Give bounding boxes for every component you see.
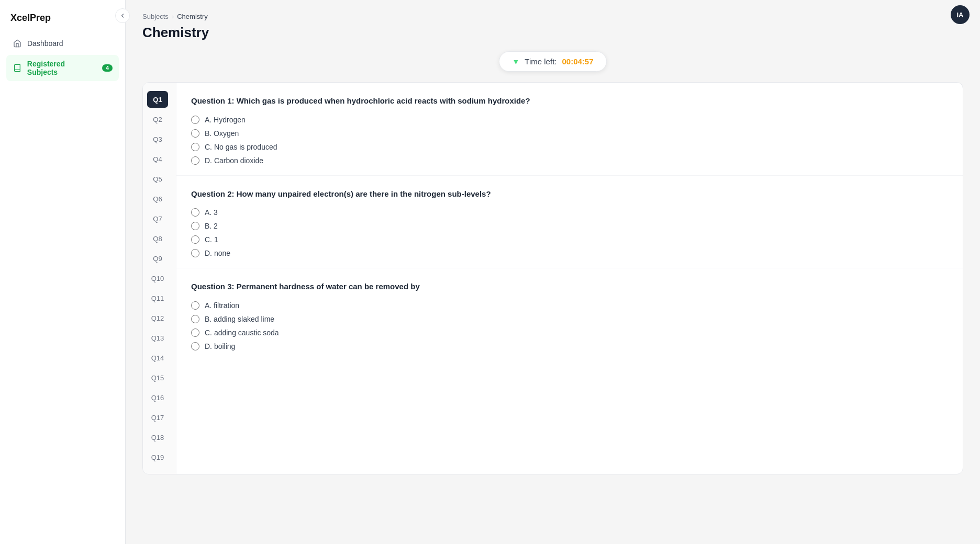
question-nav-btn-q18[interactable]: Q18 [147,429,168,446]
option-label: B. 2 [205,222,218,230]
home-icon [13,39,22,48]
option-label: B. Oxygen [205,129,239,138]
breadcrumb: Subjects › Chemistry [142,13,963,20]
timer-container: ▼ Time left: 00:04:57 [142,51,963,72]
options-list-3: A. filtrationB. adding slaked limeC. add… [191,301,948,350]
radio-q2-opt2[interactable] [191,222,199,230]
radio-q3-opt2[interactable] [191,315,199,323]
sidebar-item-registered-subjects[interactable]: Registered Subjects 4 [6,55,119,81]
question-card-2: Question 2: How many unpaired electron(s… [176,176,963,269]
question-nav-btn-q13[interactable]: Q13 [147,330,168,346]
question-nav-btn-q11[interactable]: Q11 [147,290,168,307]
options-list-1: A. HydrogenB. OxygenC. No gas is produce… [191,116,948,165]
option-item-3-4[interactable]: D. boiling [191,342,948,350]
option-label: B. adding slaked lime [205,315,274,323]
sidebar-item-dashboard[interactable]: Dashboard [6,34,119,53]
question-nav: Q1Q2Q3Q4Q5Q6Q7Q8Q9Q10Q11Q12Q13Q14Q15Q16Q… [143,83,176,474]
radio-q3-opt4[interactable] [191,342,199,350]
sidebar-item-label: Registered Subjects [27,60,97,76]
question-nav-btn-q7[interactable]: Q7 [147,210,168,227]
sidebar-item-label: Dashboard [27,39,63,48]
radio-q3-opt3[interactable] [191,328,199,337]
radio-q2-opt3[interactable] [191,235,199,244]
option-item-1-4[interactable]: D. Carbon dioxide [191,156,948,165]
timer-value: 00:04:57 [562,57,593,66]
option-item-1-1[interactable]: A. Hydrogen [191,116,948,124]
question-nav-btn-q19[interactable]: Q19 [147,449,168,466]
questions-panel: Question 1: Which gas is produced when h… [176,83,963,474]
option-label: D. boiling [205,342,235,350]
question-card-3: Question 3: Permanent hardness of water … [176,268,963,361]
question-nav-btn-q16[interactable]: Q16 [147,389,168,406]
timer-label: Time left: [525,57,556,66]
option-label: C. adding caustic soda [205,328,279,337]
radio-q1-opt1[interactable] [191,116,199,124]
question-nav-btn-q12[interactable]: Q12 [147,310,168,326]
breadcrumb-separator: › [172,13,174,20]
question-nav-btn-q10[interactable]: Q10 [147,270,168,287]
option-item-1-2[interactable]: B. Oxygen [191,129,948,138]
radio-q1-opt2[interactable] [191,129,199,138]
collapse-button[interactable] [115,8,130,23]
options-list-2: A. 3B. 2C. 1D. none [191,208,948,257]
badge-count: 4 [102,64,113,72]
option-label: D. Carbon dioxide [205,156,263,165]
radio-q1-opt3[interactable] [191,143,199,151]
timer-arrow-icon: ▼ [512,58,519,66]
question-nav-btn-q15[interactable]: Q15 [147,369,168,386]
option-item-2-3[interactable]: C. 1 [191,235,948,244]
question-nav-btn-q17[interactable]: Q17 [147,409,168,426]
question-nav-btn-q4[interactable]: Q4 [147,151,168,167]
option-item-3-3[interactable]: C. adding caustic soda [191,328,948,337]
option-item-2-2[interactable]: B. 2 [191,222,948,230]
question-text-1: Question 1: Which gas is produced when h… [191,95,948,107]
option-item-3-1[interactable]: A. filtration [191,301,948,310]
radio-q3-opt1[interactable] [191,301,199,310]
sidebar: XcelPrep Dashboard Registered Subjects 4 [0,0,126,544]
book-icon [13,63,22,73]
option-label: A. filtration [205,301,239,310]
option-label: C. 1 [205,235,218,244]
sidebar-nav: Dashboard Registered Subjects 4 [0,34,125,81]
content-area: Q1Q2Q3Q4Q5Q6Q7Q8Q9Q10Q11Q12Q13Q14Q15Q16Q… [142,82,963,474]
question-text-3: Question 3: Permanent hardness of water … [191,281,948,293]
app-logo: XcelPrep [0,8,125,34]
radio-q1-opt4[interactable] [191,156,199,165]
question-card-1: Question 1: Which gas is produced when h… [176,83,963,176]
question-text-2: Question 2: How many unpaired electron(s… [191,188,948,200]
question-nav-btn-q8[interactable]: Q8 [147,230,168,247]
question-nav-btn-q5[interactable]: Q5 [147,171,168,187]
question-nav-btn-q2[interactable]: Q2 [147,111,168,128]
option-item-3-2[interactable]: B. adding slaked lime [191,315,948,323]
radio-q2-opt1[interactable] [191,208,199,217]
question-nav-btn-q14[interactable]: Q14 [147,349,168,366]
option-label: D. none [205,249,230,257]
timer-pill: ▼ Time left: 00:04:57 [499,51,606,72]
option-item-2-1[interactable]: A. 3 [191,208,948,217]
question-nav-btn-q9[interactable]: Q9 [147,250,168,267]
option-label: A. 3 [205,208,218,217]
breadcrumb-subjects[interactable]: Subjects [142,13,169,20]
breadcrumb-chemistry: Chemistry [177,13,208,20]
option-item-1-3[interactable]: C. No gas is produced [191,143,948,151]
main-content: Subjects › Chemistry Chemistry ▼ Time le… [126,0,980,544]
question-nav-btn-q3[interactable]: Q3 [147,131,168,148]
question-nav-btn-q6[interactable]: Q6 [147,190,168,207]
page-title: Chemistry [142,25,963,41]
option-label: A. Hydrogen [205,116,246,124]
option-label: C. No gas is produced [205,143,277,151]
radio-q2-opt4[interactable] [191,249,199,257]
option-item-2-4[interactable]: D. none [191,249,948,257]
question-nav-btn-q1[interactable]: Q1 [147,91,168,108]
